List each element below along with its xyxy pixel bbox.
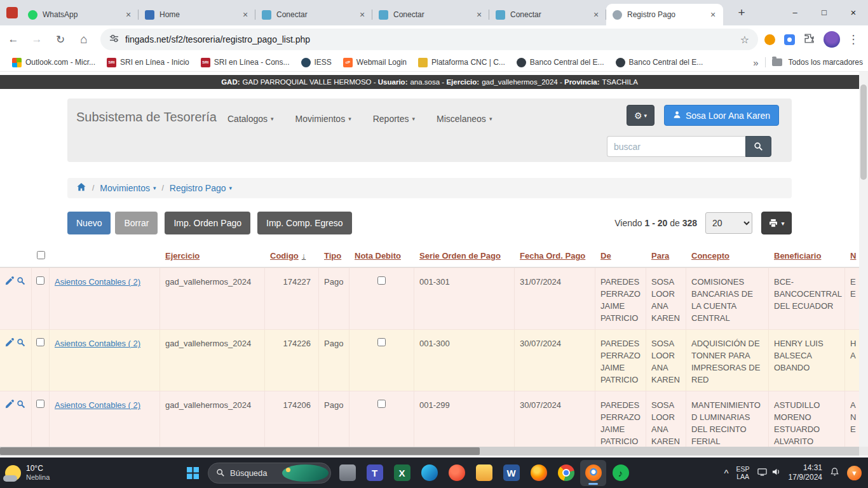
taskbar-app-edge[interactable] xyxy=(416,460,442,486)
tab-close-icon[interactable]: × xyxy=(240,10,250,20)
bookmark-sri-consultas[interactable]: SRI SRI en Línea - Cons... xyxy=(195,56,295,69)
all-bookmarks-label[interactable]: Todos los marcadores xyxy=(789,58,863,67)
search-input[interactable] xyxy=(607,136,745,157)
notifications-bell-icon[interactable] xyxy=(830,467,839,479)
vertical-scrollbar[interactable] xyxy=(859,72,868,456)
extension-orange-icon[interactable] xyxy=(764,34,775,45)
close-button[interactable]: × xyxy=(839,0,868,24)
taskbar-app-teams[interactable]: T xyxy=(362,460,388,486)
volume-icon[interactable] xyxy=(771,467,781,479)
bookmark-sri-inicio[interactable]: SRI SRI en Línea - Inicio xyxy=(101,56,195,69)
tab-registro-pago[interactable]: Registro Pago × xyxy=(606,4,723,25)
row-checkbox[interactable] xyxy=(36,338,44,346)
menu-reportes[interactable]: Reportes ▾ xyxy=(373,114,415,124)
bookmark-star-icon[interactable]: ☆ xyxy=(740,34,749,46)
taskbar-app-explorer[interactable] xyxy=(471,460,497,486)
bookmarks-overflow-icon[interactable]: » xyxy=(753,57,758,68)
view-magnifier-icon[interactable] xyxy=(17,276,25,325)
menu-catalogos[interactable]: Catalogos ▾ xyxy=(227,114,274,124)
print-comp-egreso-button[interactable]: Imp. Comp. Egreso xyxy=(257,212,352,234)
bookmark-outlook[interactable]: Outlook.com - Micr... xyxy=(6,56,101,69)
bookmark-webmail[interactable]: cP Webmail Login xyxy=(337,56,412,69)
asientos-contables-link[interactable]: Asientos Contables ( 2) xyxy=(55,277,140,287)
tab-conectar-2[interactable]: Conectar × xyxy=(372,4,489,25)
header-tipo[interactable]: Tipo xyxy=(319,245,349,267)
browser-menu-icon[interactable]: ⋮ xyxy=(848,32,859,46)
print-orden-pago-button[interactable]: Imp. Orden Pago xyxy=(165,212,250,234)
taskbar-app-red[interactable] xyxy=(444,460,470,486)
row-checkbox[interactable] xyxy=(36,400,44,408)
breadcrumb-registro-pago[interactable]: Registro Pago▾ xyxy=(170,183,232,193)
horizontal-scrollbar[interactable] xyxy=(0,447,859,456)
header-beneficiario[interactable]: Beneficiario xyxy=(769,245,845,267)
tray-expand-icon[interactable]: ^ xyxy=(724,468,729,478)
minimize-button[interactable]: – xyxy=(780,0,810,24)
bookmark-iess[interactable]: IESS xyxy=(295,56,337,69)
address-bar[interactable]: fingads.net/sf2/tesoreria/registro_pago_… xyxy=(100,29,758,50)
tab-close-icon[interactable]: × xyxy=(474,10,484,20)
language-indicator[interactable]: ESPLAA xyxy=(736,465,750,480)
header-serie-orden[interactable]: Serie Orden de Pago xyxy=(414,245,515,267)
asientos-contables-link[interactable]: Asientos Contables ( 2) xyxy=(55,339,140,348)
vertical-scrollbar-thumb[interactable] xyxy=(860,85,867,180)
tab-close-icon[interactable]: × xyxy=(591,10,601,20)
tab-home[interactable]: Home × xyxy=(139,4,255,25)
tab-close-icon[interactable]: × xyxy=(123,10,133,20)
taskbar-search[interactable]: Búsqueda xyxy=(208,463,331,484)
header-concepto[interactable]: Concepto xyxy=(686,245,769,267)
edit-pencil-icon[interactable] xyxy=(5,338,14,387)
tab-whatsapp[interactable]: WhatsApp × xyxy=(22,4,139,25)
view-magnifier-icon[interactable] xyxy=(17,400,25,447)
taskbar-app-chrome-orange[interactable] xyxy=(580,460,606,486)
taskbar-app-firefox[interactable] xyxy=(526,460,552,486)
row-checkbox[interactable] xyxy=(36,276,44,285)
tray-app-badge[interactable]: ▾ xyxy=(847,466,862,480)
site-info-icon[interactable] xyxy=(109,34,119,46)
user-menu-button[interactable]: Sosa Loor Ana Karen xyxy=(664,105,779,126)
header-ejercicio[interactable]: Ejercicio xyxy=(160,245,265,267)
taskbar-app-excel[interactable]: X xyxy=(389,460,415,486)
search-button[interactable] xyxy=(745,136,771,157)
taskbar-app-photos[interactable] xyxy=(334,460,360,486)
back-icon[interactable]: ← xyxy=(3,29,24,50)
edit-pencil-icon[interactable] xyxy=(5,400,14,447)
profile-avatar[interactable] xyxy=(824,31,840,48)
bookmark-bce-2[interactable]: Banco Central del E... xyxy=(610,56,709,69)
start-button[interactable] xyxy=(180,460,205,485)
search-highlight-image[interactable] xyxy=(282,464,329,482)
home-icon[interactable]: ⌂ xyxy=(74,29,94,50)
taskbar-app-spotify[interactable]: ♪ xyxy=(607,460,634,486)
header-para[interactable]: Para xyxy=(646,245,686,267)
tab-conectar-3[interactable]: Conectar × xyxy=(489,4,606,25)
breadcrumb-home-icon[interactable] xyxy=(76,182,86,194)
network-icon[interactable] xyxy=(757,467,767,479)
extension-translate-icon[interactable] xyxy=(784,34,795,45)
taskbar-app-word[interactable]: W xyxy=(498,460,524,486)
header-de[interactable]: De xyxy=(595,245,646,267)
reload-icon[interactable]: ↻ xyxy=(50,29,71,50)
extensions-puzzle-icon[interactable] xyxy=(804,33,815,46)
maximize-button[interactable]: □ xyxy=(810,0,839,24)
tab-conectar-1[interactable]: Conectar × xyxy=(255,4,372,25)
bookmark-bce-1[interactable]: Banco Central del E... xyxy=(511,56,610,69)
header-codigo[interactable]: Codigo↓ xyxy=(265,245,319,267)
taskbar-app-chrome[interactable] xyxy=(553,460,579,486)
view-magnifier-icon[interactable] xyxy=(17,338,25,387)
tab-close-icon[interactable]: × xyxy=(357,10,367,20)
breadcrumb-movimientos[interactable]: Movimientos▾ xyxy=(100,183,156,193)
tab-close-icon[interactable]: × xyxy=(708,10,718,20)
menu-movimientos[interactable]: Movimientos ▾ xyxy=(295,114,351,124)
settings-gear-button[interactable]: ⚙▾ xyxy=(627,105,654,126)
forward-icon[interactable]: → xyxy=(27,29,47,50)
delete-button[interactable]: Borrar xyxy=(115,212,158,234)
nota-debito-checkbox[interactable] xyxy=(377,276,386,285)
bookmark-cnc[interactable]: Plataforma CNC | C... xyxy=(412,56,511,69)
asientos-contables-link[interactable]: Asientos Contables ( 2) xyxy=(55,400,140,410)
nota-debito-checkbox[interactable] xyxy=(377,338,386,346)
edit-pencil-icon[interactable] xyxy=(5,276,14,325)
weather-widget[interactable]: 10°C Neblina xyxy=(5,464,50,482)
header-nota-debito[interactable]: Nota Debito xyxy=(349,245,414,267)
new-button[interactable]: Nuevo xyxy=(67,212,111,234)
new-tab-button[interactable]: + xyxy=(732,3,751,22)
print-button[interactable]: ▾ xyxy=(761,212,792,234)
